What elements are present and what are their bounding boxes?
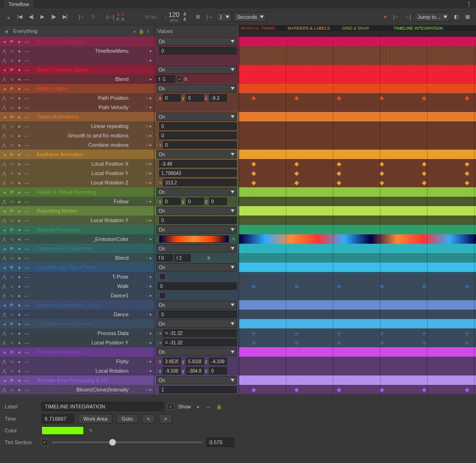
track-header[interactable]: ◂👁●—Synchronized Audio [0, 37, 154, 46]
value-row[interactable]: : [154, 168, 239, 178]
track-row[interactable]: ⋀∿●—Local Rotation Z◇▸ [0, 178, 154, 187]
value-row[interactable]: : [154, 291, 239, 300]
timeline-track[interactable] [239, 347, 476, 357]
marker-bar[interactable]: MUSICAL TIMING MARKERS & LABELS GRID & S… [239, 25, 476, 31]
timeline-track[interactable] [239, 168, 476, 178]
track-row[interactable]: ⋀∿●—_EmissionColor◇▸ [0, 234, 154, 244]
value-row[interactable]: :▾ [154, 338, 239, 347]
step-fwd-icon[interactable]: |▶ [49, 12, 58, 22]
timeline-track[interactable] [239, 112, 476, 121]
goto-end-icon[interactable]: ▶| [60, 12, 70, 22]
value-row[interactable]: On [154, 244, 239, 253]
value-row[interactable]: : [154, 216, 239, 225]
arrow-icon[interactable]: ⟁ [4, 12, 13, 22]
timeline-track[interactable] [239, 366, 476, 375]
eyedropper-icon[interactable]: ✎ [88, 427, 94, 434]
track-header[interactable]: ◂👁●—Procedural Motions [0, 347, 154, 357]
track-header[interactable]: ◂👁●—Blend Complex States [0, 65, 154, 74]
value-row[interactable]: On [154, 150, 239, 159]
value-row[interactable]: :▾ [154, 178, 239, 187]
track-row[interactable]: ⋀∿●—Local Position Y◇▸ [0, 168, 154, 178]
value-row[interactable] [154, 56, 239, 65]
timeline-track[interactable] [239, 263, 476, 272]
value-row[interactable]: ✓h [154, 74, 239, 84]
track-header[interactable]: ◂👁●—Repeating Motion [0, 206, 154, 216]
track-row[interactable]: ⋀∿●—T-Pose◇▸ [0, 272, 154, 281]
label-input[interactable] [41, 402, 164, 411]
timeline-track[interactable] [239, 46, 476, 56]
time-input[interactable] [41, 414, 74, 423]
timeline-track[interactable] [239, 178, 476, 187]
value-row[interactable]: On [154, 225, 239, 234]
timeline-track[interactable] [239, 338, 476, 347]
value-row[interactable]: : [154, 121, 239, 131]
step-back-icon[interactable]: ◀| [26, 12, 36, 22]
track-row[interactable]: ⋀∿●—Local Rotation◇▸ [0, 366, 154, 375]
track-row[interactable]: ⋀∿●—Blend◇▸ [0, 74, 154, 84]
next-marker-icon[interactable]: →| [403, 12, 412, 22]
marker-1[interactable]: MUSICAL TIMING [239, 25, 286, 31]
settings-icon[interactable]: ▦ [463, 12, 472, 22]
timeline-track[interactable] [239, 103, 476, 112]
value-row[interactable]: : xyz [154, 357, 239, 366]
track-header[interactable]: ◂👁●—Keyframe Animation [0, 150, 154, 159]
timeline-track[interactable] [239, 328, 476, 338]
value-row[interactable]: On [154, 375, 239, 385]
timeline-track[interactable] [239, 272, 476, 281]
value-row[interactable]: On [154, 65, 239, 74]
prev-marker-icon[interactable]: |← [392, 12, 401, 22]
track-row[interactable]: ⋀∿●—Bloom(Clone)/intensity◇▸ [0, 385, 154, 394]
value-row[interactable]: : [154, 131, 239, 140]
timeline-track[interactable] [239, 84, 476, 93]
lock-icon[interactable]: ◧ [452, 12, 461, 22]
prev-button[interactable]: < [142, 414, 155, 423]
timeline-track[interactable] [239, 234, 476, 244]
timeline-track[interactable] [239, 385, 476, 394]
tint-checkbox[interactable]: ✓ [41, 439, 48, 446]
track-row[interactable]: ⋀∿●—Follow◇▸ [0, 197, 154, 206]
timeline-track[interactable] [239, 206, 476, 216]
dot-icon[interactable]: ● [195, 403, 202, 410]
track-row[interactable]: ⋀∿●—◇▸ [0, 56, 154, 65]
track-row[interactable]: ⋀∿●—TimeflowMenu◇▸ [0, 46, 154, 56]
value-row[interactable]: On [154, 37, 239, 46]
value-row[interactable]: : [154, 385, 239, 394]
track-row[interactable]: ⋀∿●—Linear repeating◇▸ [0, 121, 154, 131]
timeline-track[interactable] [239, 159, 476, 168]
next-button[interactable]: > [159, 414, 172, 423]
play-icon[interactable]: ▶ [38, 12, 47, 22]
marker-2[interactable]: MARKERS & LABELS [286, 25, 340, 31]
value-row[interactable]: :✎ [154, 234, 239, 244]
timeline-track[interactable] [239, 281, 476, 291]
dash-icon[interactable]: — [205, 403, 212, 410]
value-row[interactable]: : [154, 159, 239, 168]
timeline-ruler[interactable] [239, 31, 476, 37]
goto-button[interactable]: Goto [116, 414, 138, 423]
track-header[interactable]: ◂👁●—Motion Paths [0, 84, 154, 93]
value-row[interactable]: : xyz [154, 197, 239, 206]
timeline-track[interactable] [239, 150, 476, 159]
lock-icon[interactable]: 🔒 [138, 28, 145, 34]
track-row[interactable]: ⋀∿●—Path Position◇▸ [0, 93, 154, 103]
value-row[interactable]: On [154, 84, 239, 93]
track-header[interactable]: ◂👁●—Material Properties [0, 225, 154, 234]
timeline-track[interactable] [239, 291, 476, 300]
value-row[interactable]: On [154, 112, 239, 121]
track-header[interactable]: ◂👁●—Camera Edit Sequences [0, 244, 154, 253]
flag-icon[interactable]: ▼ [380, 12, 390, 22]
app-tab[interactable]: Timeflow [4, 0, 34, 8]
track-header[interactable]: ◂👁●—Follow & Virtual Parenting [0, 187, 154, 197]
timeline-track[interactable] [239, 140, 476, 150]
track-row[interactable]: ⋀∿●—Blend◇▸ [0, 253, 154, 263]
track-row[interactable]: ⋀∿●—Smooth to and fro motions◇▸ [0, 131, 154, 140]
chevron-left-icon[interactable]: ◀ [3, 28, 9, 34]
value-row[interactable]: On [154, 347, 239, 357]
value-row[interactable]: On [154, 187, 239, 197]
track-header[interactable]: ◂👁●—Tween Animations [0, 112, 154, 121]
timeline-track[interactable] [239, 253, 476, 263]
menu-icon[interactable]: ≡ [145, 28, 151, 34]
track-row[interactable]: ⋀∿●—Dance1◇▸ [0, 291, 154, 300]
value-row[interactable] [154, 103, 239, 112]
timeline-track[interactable] [239, 187, 476, 197]
tint-slider[interactable] [52, 441, 202, 443]
